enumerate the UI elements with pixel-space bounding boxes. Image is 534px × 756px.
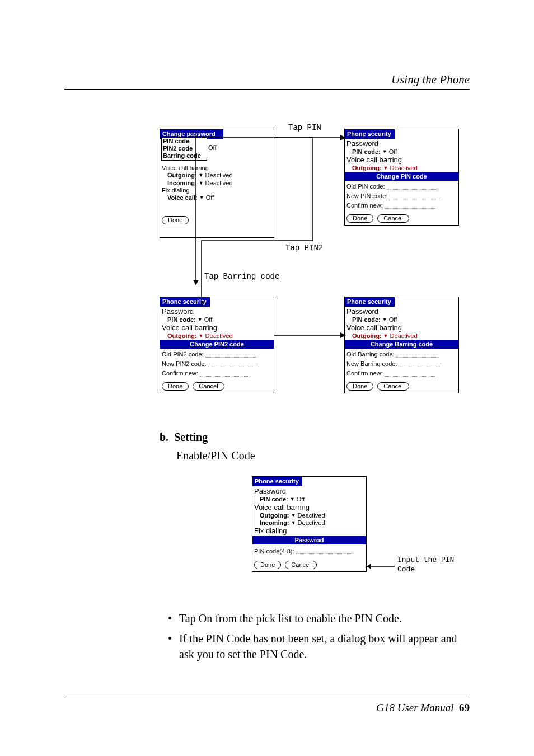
titlebar: Phone security — [345, 297, 395, 307]
pin-code-input[interactable] — [296, 549, 352, 554]
svg-marker-8 — [340, 332, 346, 338]
done-button[interactable]: Done — [162, 216, 189, 224]
menu-barring-code[interactable]: Barring code — [162, 152, 207, 159]
tap-pin2-label: Tap PIN2 — [285, 243, 323, 252]
svg-marker-10 — [367, 564, 371, 569]
svg-marker-1 — [340, 135, 346, 140]
footer-title: G18 User Manual — [376, 702, 453, 713]
screen-change-pin2: Phone security Password PIN code: ▼ Off … — [160, 297, 274, 393]
svg-marker-4 — [193, 280, 199, 285]
chevron-down-icon[interactable]: ▼ — [382, 317, 387, 323]
footer-page-number: 69 — [459, 702, 470, 713]
titlebar: Phone security — [252, 477, 302, 486]
page-footer: G18 User Manual 69 — [64, 698, 470, 714]
band-change-pin: Change PIN code — [345, 172, 458, 181]
titlebar: Phone security — [345, 129, 395, 139]
tap-pin-label: Tap PIN — [288, 123, 321, 132]
screen-password-dialog: Phone security Password PIN code: ▼ Off … — [252, 476, 367, 572]
chevron-down-icon[interactable]: ▼ — [290, 496, 295, 503]
cancel-button[interactable]: Cancel — [377, 382, 409, 391]
screen-change-pin: Phone security Password PIN code: ▼ Off … — [344, 129, 459, 226]
diagram-enable-pin: Phone security Password PIN code: ▼ Off … — [64, 476, 467, 602]
input-pin-note: Input the PINCode — [397, 556, 454, 575]
pin-code-field-label: PIN code(4-8): — [254, 548, 294, 555]
arrow-down-icon — [192, 134, 200, 285]
section-subheading: Enable/PIN Code — [176, 449, 470, 462]
done-button[interactable]: Done — [346, 214, 373, 223]
chevron-down-icon[interactable]: ▼ — [382, 149, 387, 155]
chevron-down-icon[interactable]: ▼ — [198, 317, 203, 323]
arrow-right-icon — [274, 332, 347, 339]
menu-pin2-code[interactable]: PIN2 code — [162, 145, 207, 152]
password-menu[interactable]: PIN code PIN2 code Barring code — [161, 137, 207, 161]
band-change-pin2: Change PIN2 code — [160, 340, 274, 349]
screen-change-barring: Phone security Password PIN code: ▼ Off … — [344, 297, 459, 393]
done-button[interactable]: Done — [346, 382, 373, 391]
chevron-down-icon[interactable]: ▼ — [291, 520, 296, 526]
chevron-down-icon[interactable]: ▼ — [291, 513, 296, 519]
band-change-barring: Change Barring code — [345, 340, 458, 349]
cancel-button[interactable]: Cancel — [377, 214, 409, 223]
menu-pin-code[interactable]: PIN code — [162, 138, 207, 145]
page-header: Using the Phone — [64, 73, 470, 90]
password-label: Password — [346, 139, 457, 148]
bullet-item: If the PIN Code has not been set, a dial… — [168, 631, 470, 662]
done-button[interactable]: Done — [162, 382, 189, 391]
bullet-item: Tap On from the pick list to enable the … — [168, 611, 470, 626]
bullet-list: Tap On from the pick list to enable the … — [168, 611, 470, 662]
diagram-change-password: Change password PIN code PIN2 code Barri… — [64, 129, 467, 417]
cancel-button[interactable]: Cancel — [193, 382, 224, 391]
voice-barring-label: Voice call barring — [346, 156, 457, 165]
header-title: Using the Phone — [64, 73, 470, 87]
svg-marker-6 — [201, 301, 204, 307]
band-password: Passwrod — [252, 536, 366, 544]
section-heading: b. Setting — [160, 431, 470, 444]
done-button[interactable]: Done — [254, 561, 281, 569]
cancel-button[interactable]: Cancel — [285, 561, 316, 569]
arrow-right-icon — [367, 563, 395, 570]
arrow-pin2-icon — [201, 134, 341, 308]
